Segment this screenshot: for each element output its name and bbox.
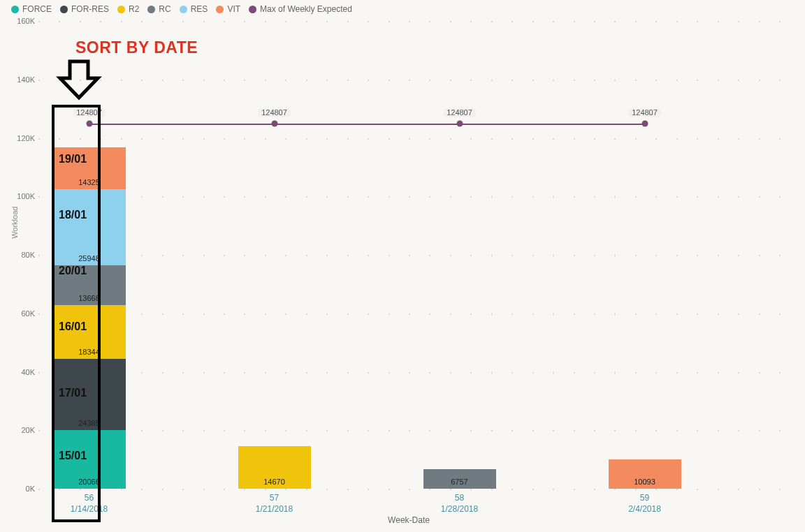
bar-value-label: 14670 [263, 478, 285, 489]
legend-item-force[interactable]: FORCE [11, 4, 52, 14]
line-point[interactable] [271, 121, 277, 127]
y-tick-label: 100K [10, 192, 35, 200]
bar-57[interactable]: 14670 [238, 446, 311, 489]
legend-swatch [147, 6, 155, 13]
y-axis-label: Workload [10, 207, 19, 239]
overlay-date: 16/01 [59, 320, 87, 333]
legend-label: Max of Weekly Expected [260, 4, 352, 14]
legend-swatch [180, 6, 187, 13]
legend-swatch [11, 6, 19, 13]
overlay-date: 20/01 [59, 265, 87, 277]
y-tick-label: 40K [10, 368, 35, 376]
line-segment [89, 124, 275, 125]
x-axis-title: Week-Date [388, 515, 430, 525]
legend-item-rc[interactable]: RC [147, 4, 171, 14]
legend-swatch [249, 6, 256, 13]
overlay-date: 15/01 [59, 450, 87, 462]
y-tick-label: 160K [10, 17, 35, 25]
bar-segment-r2: 14670 [238, 446, 311, 489]
legend-item-res[interactable]: RES [180, 4, 208, 14]
bar-59[interactable]: 10093 [609, 459, 681, 489]
legend-label: RES [191, 4, 208, 14]
legend-item-vit[interactable]: VIT [216, 4, 240, 14]
x-tick-date-label: 2/4/2018 [628, 504, 661, 514]
line-point[interactable] [641, 121, 648, 127]
legend-swatch [60, 6, 68, 13]
bar-value-label: 6757 [451, 478, 467, 489]
dates-overlay-box: 19/01 18/01 20/01 16/01 17/01 15/01 [52, 105, 101, 522]
bar-segment-vit: 10093 [609, 459, 681, 489]
bar-segment-rc: 6757 [423, 469, 496, 489]
overlay-date: 17/01 [59, 387, 87, 399]
legend-item-for-res[interactable]: FOR-RES [60, 4, 109, 14]
overlay-date: 18/01 [59, 209, 87, 221]
x-tick-date-label: 1/21/2018 [256, 504, 293, 514]
bar-value-label: 10093 [634, 478, 655, 489]
y-tick-label: 0K [10, 485, 35, 493]
down-arrow-icon [55, 57, 103, 106]
legend-label: RC [159, 4, 171, 14]
line-value-label: 124807 [443, 109, 476, 117]
x-tick-label: 58 [455, 493, 464, 503]
y-tick-label: 120K [10, 134, 35, 142]
legend-swatch [117, 6, 125, 13]
legend-label: VIT [227, 4, 240, 14]
y-tick-label: 60K [10, 309, 35, 318]
legend-item-max-weekly-expected[interactable]: Max of Weekly Expected [249, 4, 352, 14]
x-tick-label: 59 [640, 493, 649, 503]
line-point[interactable] [456, 121, 463, 127]
line-segment [460, 124, 645, 125]
annotation-sort-by-date: SORT BY DATE [75, 38, 198, 57]
x-tick-date-label: 1/28/2018 [441, 504, 478, 514]
x-tick-label: 57 [270, 493, 279, 503]
legend-item-r2[interactable]: R2 [117, 4, 139, 14]
y-tick-label: 80K [10, 251, 35, 259]
chart-plot-area: 0K20K40K60K80K100K120K140K160KWorkloadWe… [38, 21, 779, 489]
bar-58[interactable]: 6757 [423, 469, 496, 489]
overlay-date: 19/01 [59, 153, 87, 165]
line-segment [275, 124, 460, 125]
legend-swatch [216, 6, 224, 13]
legend: FORCE FOR-RES R2 RC RES VIT Max of Weekl… [11, 4, 352, 14]
y-tick-label: 20K [10, 426, 35, 434]
line-value-label: 124807 [628, 109, 661, 117]
y-tick-label: 140K [10, 75, 35, 84]
legend-label: FORCE [22, 4, 52, 14]
legend-label: FOR-RES [71, 4, 109, 14]
legend-label: R2 [129, 4, 139, 14]
line-value-label: 124807 [258, 109, 291, 117]
